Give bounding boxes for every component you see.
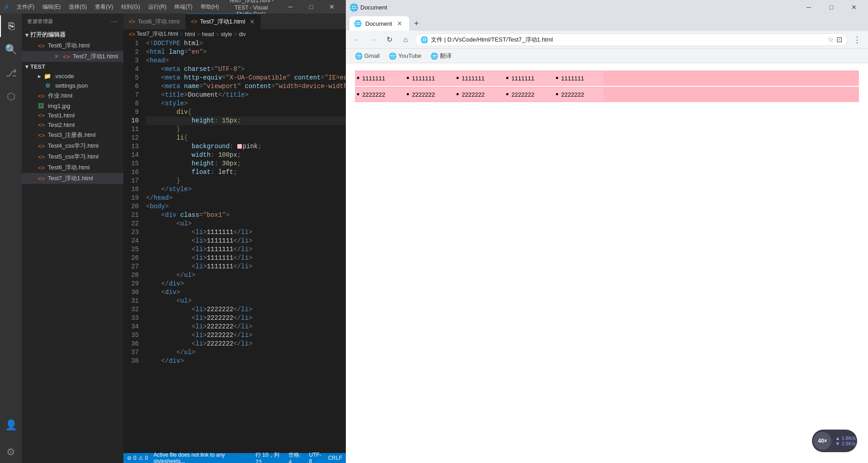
address-bar[interactable]: 🌐 文件 | D:/VsCode/Html/TEST/Test7_浮动1.htm… [415, 33, 848, 46]
forward-button[interactable]: → [366, 33, 380, 47]
browser-minimize-btn[interactable]: ─ [798, 0, 819, 14]
chevron-right-icon: ▸ [38, 73, 41, 80]
code-editor[interactable]: 1 2 3 4 5 6 7 8 9 10 11 12 13 14 15 16 1 [123, 39, 346, 453]
sidebar-header: 资源管理器 ⋯ [22, 14, 123, 29]
network-widget: 40× ▲ 1.8K/s ▼ 3.9K/s [812, 430, 857, 452]
browser-toolbar: ← → ↻ ⌂ 🌐 文件 | D:/VsCode/Html/TEST/Test7… [346, 31, 868, 49]
gmail-icon: 🌐 [355, 52, 363, 60]
menu-view[interactable]: 查看(V) [91, 2, 117, 12]
open-editors-header[interactable]: ▾ 打开的编辑器 [22, 29, 123, 40]
li-text: 1111111 [412, 75, 435, 82]
close-tab-icon[interactable]: ✕ [53, 53, 60, 60]
chevron-down-icon: ▾ [25, 63, 28, 70]
sidebar-item-test1[interactable]: <> Test1.html [22, 111, 123, 120]
sidebar-item-test2[interactable]: <> Test2.html [22, 120, 123, 130]
bookmark-star-icon[interactable]: ☆ [827, 35, 834, 44]
ln9: 9 [123, 108, 139, 117]
activity-extensions[interactable]: ⬡ [0, 86, 22, 108]
html-file-icon: <> [38, 42, 45, 49]
browser-panel: 🌐 Document ─ □ ✕ 🌐 Document ✕ + ← → ↻ ⌂ … [346, 0, 868, 463]
activity-settings[interactable]: ⚙ [0, 441, 22, 463]
code-line-13: background: pink; [146, 142, 346, 151]
browser-tab-close-btn[interactable]: ✕ [396, 19, 404, 28]
bc-div[interactable]: div [239, 31, 245, 37]
bc-head[interactable]: head [202, 31, 214, 37]
menu-file[interactable]: 文件(F) [13, 2, 38, 12]
code-line-24: <li>1111111</li> [146, 237, 346, 245]
html-file-icon: <> [63, 53, 70, 60]
folder-icon: 📁 [44, 73, 51, 80]
vscode-main-area: ⎘ 🔍 ⎇ ⬡ 👤 ⚙ 资源管理器 ⋯ ▾ 打开的编辑器 <> Test6_浮动… [0, 14, 346, 463]
preview-li-1-5: • 1111111 [554, 71, 604, 85]
menu-goto[interactable]: 转到(G) [118, 2, 143, 12]
sidebar-item-test4[interactable]: <> Test4_css学习.html [22, 140, 123, 151]
code-line-11: } [146, 125, 346, 134]
menu-help[interactable]: 帮助(H) [197, 2, 223, 12]
status-eol[interactable]: CRLF [328, 451, 342, 463]
sidebar-item-test5[interactable]: <> Test5_css学习.html [22, 151, 123, 162]
sidebar-item-test7-file[interactable]: <> Test7_浮动1.html [22, 173, 123, 184]
new-tab-button[interactable]: + [409, 16, 424, 31]
activity-search[interactable]: 🔍 [0, 39, 22, 61]
status-spaces[interactable]: 空格: 4 [288, 451, 303, 463]
status-bar: ⊘ 0 ⚠ 0 Active file does not link to any… [123, 453, 346, 463]
minimize-button[interactable]: ─ [280, 0, 301, 14]
sidebar-item-zuoye[interactable]: <> 作业.html [22, 90, 123, 101]
extension-icon[interactable]: ⊡ [836, 35, 842, 44]
bc-sep4: > [234, 31, 237, 37]
home-button[interactable]: ⌂ [398, 33, 413, 47]
sidebar-item-settings[interactable]: ⚙ settings.json [22, 81, 123, 90]
html-icon: <> [38, 93, 45, 99]
sidebar-item-test7-active[interactable]: ✕ <> Test7_浮动1.html [22, 51, 123, 62]
bookmark-translate[interactable]: 🌐 翻译 [427, 50, 455, 62]
html-icon: <> [38, 122, 45, 128]
menu-terminal[interactable]: 终端(T) [171, 2, 196, 12]
address-text: 文件 | D:/VsCode/Html/TEST/Test7_浮动1.html [431, 36, 825, 44]
bookmark-youtube[interactable]: 🌐 YouTube [385, 51, 425, 61]
li-text: 2222222 [511, 91, 534, 98]
menu-select[interactable]: 选择(S) [65, 2, 90, 12]
sidebar-item-vscode-folder[interactable]: ▸ 📁 .vscode [22, 71, 123, 81]
status-encoding[interactable]: UTF-8 [309, 451, 323, 463]
sidebar-item-test6-file[interactable]: <> Test6_浮动.html [22, 162, 123, 173]
activity-accounts[interactable]: 👤 [0, 414, 22, 436]
menu-edit[interactable]: 编辑(E) [39, 2, 64, 12]
maximize-button[interactable]: □ [301, 0, 321, 14]
tab-close-icon[interactable]: ✕ [250, 18, 255, 25]
editor-area: <> Test6_浮动.html <> Test7_浮动1.html ✕ <> … [123, 14, 346, 463]
status-message[interactable]: Active file does not link to any stylesh… [153, 452, 250, 463]
browser-tab-label: Document [365, 20, 392, 27]
menu-bar: 文件(F) 编辑(E) 选择(S) 查看(V) 转到(G) 运行(R) 终端(T… [13, 2, 222, 12]
settings-icon: ⚙ [45, 82, 52, 89]
test-folder-header[interactable]: ▾ TEST [22, 62, 123, 71]
new-file-icon[interactable]: ⋯ [111, 17, 118, 26]
bc-file[interactable]: <> Test7_浮动1.html [129, 30, 178, 38]
back-button[interactable]: ← [349, 33, 364, 47]
bc-style[interactable]: style [221, 31, 232, 37]
code-content[interactable]: <!DOCTYPE html> <html lang="en"> <head> … [142, 39, 346, 453]
reload-button[interactable]: ↻ [382, 33, 396, 47]
html-icon: <> [38, 164, 45, 171]
status-line-col[interactable]: 行 10，列 23 [255, 451, 283, 463]
status-errors[interactable]: ⊘ 0 ⚠ 0 [127, 455, 148, 461]
sidebar-actions: ⋯ [111, 17, 118, 26]
browser-more-menu-btn[interactable]: ⋮ [850, 33, 864, 47]
bc-html[interactable]: html [185, 31, 195, 37]
tabs-bar: <> Test6_浮动.html <> Test7_浮动1.html ✕ [123, 14, 346, 29]
chevron-down-icon: ▾ [25, 32, 28, 38]
sidebar-item-test3[interactable]: <> Test3_注册表.html [22, 130, 123, 140]
code-line-30: <div> [146, 288, 346, 297]
activity-source-control[interactable]: ⎇ [0, 62, 22, 84]
close-button[interactable]: ✕ [321, 0, 342, 14]
tab-test6[interactable]: <> Test6_浮动.html [123, 14, 186, 29]
activity-explorer[interactable]: ⎘ [0, 15, 22, 37]
tab-test7[interactable]: <> Test7_浮动1.html ✕ [186, 14, 261, 29]
sidebar-item-img1[interactable]: 🖼 img1.jpg [22, 101, 123, 111]
settings-label: settings.json [55, 82, 88, 89]
menu-run[interactable]: 运行(R) [145, 2, 170, 12]
bookmark-gmail[interactable]: 🌐 Gmail [351, 51, 383, 61]
browser-maximize-btn[interactable]: □ [821, 0, 842, 14]
browser-tab-document[interactable]: 🌐 Document ✕ [349, 16, 409, 31]
browser-close-btn[interactable]: ✕ [844, 0, 864, 14]
sidebar-item-test6[interactable]: <> Test6_浮动.html [22, 40, 123, 51]
